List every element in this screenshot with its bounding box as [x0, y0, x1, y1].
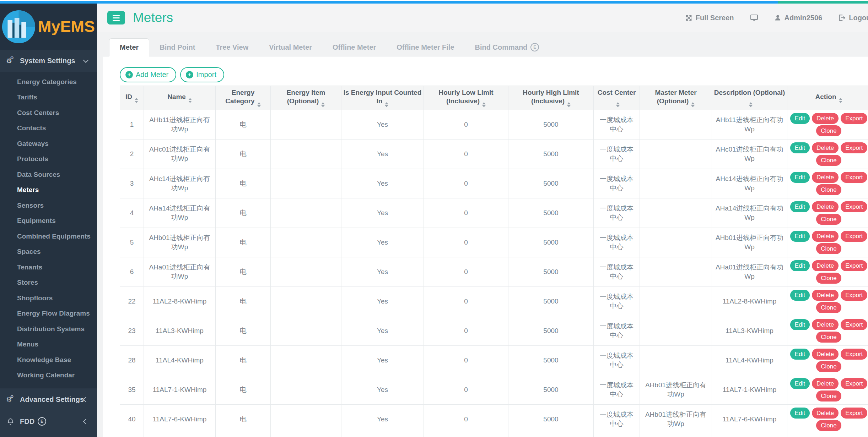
- clone-button[interactable]: Clone: [816, 125, 841, 136]
- clone-button[interactable]: Clone: [816, 302, 841, 313]
- tab-tree-view[interactable]: Tree View: [205, 38, 259, 56]
- edit-button[interactable]: Edit: [790, 349, 810, 360]
- tab-bind-point[interactable]: Bind Point: [149, 38, 205, 56]
- export-button[interactable]: Export: [841, 378, 867, 389]
- sidebar-item-gateways[interactable]: Gateways: [0, 136, 97, 152]
- brand-logo[interactable]: MyEMS: [0, 4, 97, 50]
- sidebar-item-menus[interactable]: Menus: [0, 337, 97, 353]
- cell-action: EditDeleteExportClone: [787, 316, 868, 346]
- edit-button[interactable]: Edit: [790, 260, 810, 271]
- edit-button[interactable]: Edit: [790, 319, 810, 330]
- cell-counted: Yes: [341, 110, 424, 140]
- sidebar-item-working-calendar[interactable]: Working Calendar: [0, 368, 97, 383]
- export-button[interactable]: Export: [841, 319, 867, 330]
- sidebar-item-stores[interactable]: Stores: [0, 275, 97, 291]
- cell-cost-center: 一度城成本中心: [594, 287, 640, 316]
- clone-button[interactable]: Clone: [816, 273, 841, 284]
- column-header-master-meter-optional[interactable]: Master Meter (Optional): [640, 86, 712, 110]
- clone-button[interactable]: Clone: [816, 332, 841, 343]
- tab-offline-meter-file[interactable]: Offline Meter File: [386, 38, 464, 56]
- import-button[interactable]: + Import: [180, 67, 224, 82]
- sidebar-section-advanced-settings[interactable]: ⚙ Advanced Settings: [0, 388, 97, 410]
- column-header-energy-item-optional[interactable]: Energy Item (Optional): [271, 86, 341, 110]
- sidebar-item-tariffs[interactable]: Tariffs: [0, 90, 97, 105]
- export-button[interactable]: Export: [841, 172, 867, 183]
- tab-offline-meter[interactable]: Offline Meter: [322, 38, 386, 56]
- delete-button[interactable]: Delete: [812, 201, 839, 212]
- edit-button[interactable]: Edit: [790, 231, 810, 242]
- sidebar-item-sensors[interactable]: Sensors: [0, 198, 97, 213]
- clone-button[interactable]: Clone: [816, 243, 841, 254]
- delete-button[interactable]: Delete: [812, 172, 839, 183]
- column-header-description-optional[interactable]: Description (Optional): [712, 86, 787, 110]
- delete-button[interactable]: Delete: [812, 408, 839, 419]
- sidebar-item-contacts[interactable]: Contacts: [0, 121, 97, 136]
- sidebar-item-data-sources[interactable]: Data Sources: [0, 167, 97, 182]
- sidebar-toggle-button[interactable]: [107, 11, 125, 24]
- logout-button[interactable]: Logout: [838, 14, 868, 22]
- clone-button[interactable]: Clone: [816, 155, 841, 166]
- edit-button[interactable]: Edit: [790, 408, 810, 419]
- sidebar-item-energy-flow-diagrams[interactable]: Energy Flow Diagrams: [0, 306, 97, 322]
- tab-bind-command[interactable]: Bind CommandE: [465, 38, 550, 56]
- sidebar-item-combined-equipments[interactable]: Combined Equipments: [0, 229, 97, 244]
- tab-virtual-meter[interactable]: Virtual Meter: [259, 38, 322, 56]
- sidebar-item-equipments[interactable]: Equipments: [0, 213, 97, 229]
- edit-button[interactable]: Edit: [790, 290, 810, 301]
- export-button[interactable]: Export: [841, 201, 867, 212]
- export-button[interactable]: Export: [841, 408, 867, 419]
- add-meter-button[interactable]: + Add Meter: [120, 67, 176, 82]
- export-button[interactable]: Export: [841, 142, 867, 153]
- monitor-button[interactable]: [750, 13, 759, 22]
- export-button[interactable]: Export: [841, 349, 867, 360]
- sidebar-item-tenants[interactable]: Tenants: [0, 260, 97, 275]
- fullscreen-button[interactable]: Full Screen: [685, 14, 734, 22]
- delete-button[interactable]: Delete: [812, 319, 839, 330]
- sidebar-section-system-settings[interactable]: ⚙ System Settings: [0, 50, 97, 72]
- export-button[interactable]: Export: [841, 290, 867, 301]
- sidebar-item-spaces[interactable]: Spaces: [0, 244, 97, 260]
- sidebar-item-distribution-systems[interactable]: Distribution Systems: [0, 321, 97, 337]
- sidebar-item-energy-categories[interactable]: Energy Categories: [0, 74, 97, 90]
- cell-master: AHb01进线柜正向有功Wp: [640, 375, 712, 405]
- column-header-id[interactable]: ID: [120, 86, 144, 110]
- delete-button[interactable]: Delete: [812, 231, 839, 242]
- delete-button[interactable]: Delete: [812, 113, 839, 124]
- cell-id: 5: [120, 228, 144, 257]
- sidebar-item-knowledge-base[interactable]: Knowledge Base: [0, 352, 97, 368]
- clone-button[interactable]: Clone: [816, 184, 841, 195]
- sidebar-item-protocols[interactable]: Protocols: [0, 152, 97, 167]
- delete-button[interactable]: Delete: [812, 290, 839, 301]
- clone-button[interactable]: Clone: [816, 214, 841, 225]
- user-menu[interactable]: Admin2506: [774, 14, 823, 22]
- column-header-hourly-low-limit-inclusive[interactable]: Hourly Low Limit (Inclusive): [424, 86, 508, 110]
- column-header-action[interactable]: Action: [787, 86, 868, 110]
- tab-meter[interactable]: Meter: [109, 38, 149, 56]
- delete-button[interactable]: Delete: [812, 260, 839, 271]
- edit-button[interactable]: Edit: [790, 172, 810, 183]
- column-header-is-energy-input-counted-in[interactable]: Is Energy Input Counted In: [341, 86, 424, 110]
- delete-button[interactable]: Delete: [812, 378, 839, 389]
- sidebar-item-meters[interactable]: Meters: [0, 182, 97, 198]
- edit-button[interactable]: Edit: [790, 201, 810, 212]
- delete-button[interactable]: Delete: [812, 349, 839, 360]
- sidebar-item-shopfloors[interactable]: Shopfloors: [0, 290, 97, 306]
- edit-button[interactable]: Edit: [790, 142, 810, 153]
- delete-button[interactable]: Delete: [812, 142, 839, 153]
- edit-button[interactable]: Edit: [790, 113, 810, 124]
- sidebar-section-users-privileges[interactable]: Users & Privileges: [0, 432, 97, 437]
- sidebar-item-cost-centers[interactable]: Cost Centers: [0, 105, 97, 121]
- column-header-hourly-high-limit-inclusive[interactable]: Hourly High Limit (Inclusive): [508, 86, 594, 110]
- export-button[interactable]: Export: [841, 231, 867, 242]
- clone-button[interactable]: Clone: [816, 420, 841, 431]
- clone-button[interactable]: Clone: [816, 390, 841, 402]
- column-header-name[interactable]: Name: [144, 86, 216, 110]
- sort-icon: [616, 102, 620, 107]
- column-header-energy-category[interactable]: Energy Category: [216, 86, 271, 110]
- clone-button[interactable]: Clone: [816, 361, 841, 372]
- column-header-cost-center[interactable]: Cost Center: [594, 86, 640, 110]
- export-button[interactable]: Export: [841, 113, 867, 124]
- sidebar-section-fdd[interactable]: FDD E: [0, 410, 97, 432]
- export-button[interactable]: Export: [841, 260, 867, 271]
- edit-button[interactable]: Edit: [790, 378, 810, 389]
